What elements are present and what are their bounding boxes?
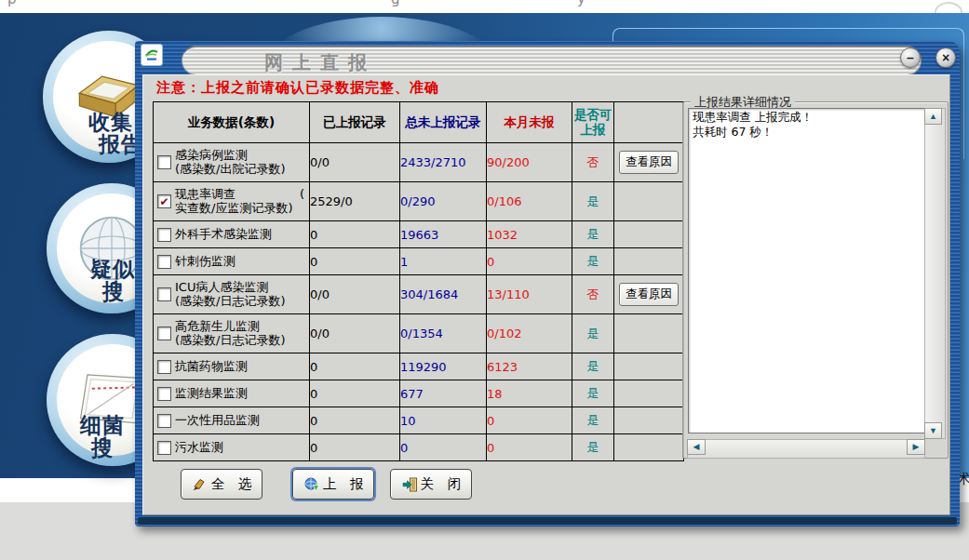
row-checkbox[interactable]: ✔ (157, 194, 171, 208)
cell-can-report: 是 (572, 221, 614, 248)
sidebar-label: 搜 (91, 433, 114, 462)
view-reason-button[interactable]: 查看原因 (619, 151, 679, 174)
cell-can-report: 是 (572, 353, 614, 380)
close-icon[interactable]: × (935, 47, 956, 68)
cell-reported: 0 (310, 353, 400, 380)
horizontal-scrollbar[interactable]: ◀ ▶ (687, 439, 925, 459)
minimize-button[interactable]: – (900, 47, 921, 68)
result-panel: 上报结果详细情况 现患率调查 上报完成！ 共耗时 67 秒！ ▲ ▼ ◀ ▶ (682, 101, 949, 459)
cell-action (614, 248, 684, 275)
window-bottom-edge (138, 517, 957, 525)
cell-total-unreported: 2433/2710 (400, 143, 487, 182)
cell-reported: 0/0 (310, 314, 400, 353)
cell-business-name: ✔ 现患率调查( 实查数/应监测记录数) (154, 182, 310, 221)
cell-action (614, 353, 684, 380)
cell-business-name: 高危新生儿监测 (感染数/日志记录数) (154, 314, 310, 353)
cell-business-name: 外科手术感染监测 (154, 221, 310, 248)
cell-total-unreported: 0/1354 (400, 314, 487, 353)
cell-can-report: 否 (572, 143, 614, 182)
table-row: 高危新生儿监测 (感染数/日志记录数) 0/0 0/1354 0/102 是 (154, 314, 684, 353)
submit-button[interactable]: 上 报 (292, 469, 374, 500)
cell-can-report: 是 (572, 434, 614, 461)
cell-action (614, 182, 684, 221)
table-row: ICU病人感染监测 (感染数/日志记录数) 0/0 304/1684 13/11… (154, 275, 684, 314)
window-title: 网上直报 (264, 50, 376, 75)
cell-business-name: 感染病例监测 (感染数/出院记录数) (154, 143, 310, 182)
close-label: 关 闭 (421, 475, 462, 493)
cell-business-name: ICU病人感染监测 (感染数/日志记录数) (154, 275, 310, 314)
row-name: 外科手术感染监测 (175, 228, 272, 242)
close-dialog-button[interactable]: 关 闭 (390, 469, 472, 500)
row-checkbox[interactable] (157, 327, 171, 340)
cell-month-unreported: 0 (487, 248, 572, 275)
cell-action: 查看原因 (614, 275, 684, 314)
report-table-body: 感染病例监测 (感染数/出院记录数) 0/0 2433/2710 90/200 … (154, 143, 684, 461)
row-subtitle: (感染数/日志记录数) (175, 294, 286, 308)
cell-reported: 0 (310, 380, 400, 407)
cell-month-unreported: 0 (487, 434, 572, 461)
row-subtitle: 实查数/应监测记录数) (175, 201, 292, 215)
cell-month-unreported: 0/106 (487, 182, 572, 221)
row-checkbox[interactable] (157, 441, 171, 455)
dialog-content: 注意：上报之前请确认已录数据完整、准确 业务数据(条数) 已上报记录 总未上报记… (142, 74, 950, 515)
cell-reported: 2529/0 (310, 182, 400, 221)
table-row: 针刺伤监测 0 1 0 是 (154, 248, 684, 275)
column-header-reported: 已上报记录 (310, 102, 400, 143)
cell-can-report: 是 (572, 407, 614, 434)
row-checkbox[interactable] (157, 414, 171, 428)
table-row: 监测结果监测 0 677 18 是 (154, 380, 684, 407)
scroll-down-icon[interactable]: ▼ (924, 422, 942, 439)
select-all-label: 全 选 (211, 475, 252, 493)
column-header-month-unreported: 本月未报 (487, 102, 572, 143)
cell-month-unreported: 18 (487, 380, 572, 407)
row-checkbox[interactable] (157, 255, 171, 269)
scroll-right-icon[interactable]: ▶ (907, 439, 925, 455)
row-name: 抗菌药物监测 (175, 360, 248, 374)
vertical-scrollbar[interactable]: ▲ ▼ (924, 108, 946, 439)
cell-can-report: 否 (572, 275, 614, 314)
cell-total-unreported: 304/1684 (400, 275, 487, 314)
row-name: 高危新生儿监测 (175, 320, 260, 334)
cell-action (614, 434, 684, 461)
cell-total-unreported: 0 (400, 434, 487, 461)
hand-icon (192, 477, 209, 492)
cell-month-unreported: 13/110 (487, 275, 572, 314)
table-row: 感染病例监测 (感染数/出院记录数) 0/0 2433/2710 90/200 … (154, 143, 684, 182)
row-checkbox[interactable] (157, 387, 171, 401)
row-checkbox[interactable] (157, 360, 171, 374)
row-checkbox[interactable] (157, 228, 171, 242)
row-name: ICU病人感染监测 (175, 281, 268, 295)
title-bar[interactable]: 网上直报 (182, 46, 922, 75)
select-all-button[interactable]: 全 选 (181, 469, 262, 500)
dialog-window: 网上直报 – × 注意：上报之前请确认已录数据完整、准确 业务数据(条数) 已上… (135, 41, 960, 527)
column-header-total-unreported: 总未上报记录 (400, 102, 487, 143)
column-header-can-report: 是否可上报 (572, 102, 614, 143)
result-textarea[interactable]: 现患率调查 上报完成！ 共耗时 67 秒！ (688, 108, 926, 433)
cell-reported: 0 (310, 221, 400, 248)
table-row: 抗菌药物监测 0 119290 6123 是 (154, 353, 684, 380)
table-header-row: 业务数据(条数) 已上报记录 总未上报记录 本月未报 是否可上报 (154, 102, 684, 143)
cell-can-report: 是 (572, 314, 614, 353)
browser-clipped-strip: p g y (0, 0, 969, 13)
cell-total-unreported: 119290 (400, 353, 487, 380)
row-subtitle: (感染数/日志记录数) (175, 333, 286, 347)
row-name-suffix: ( (300, 188, 304, 202)
cell-action (614, 314, 684, 353)
view-reason-button[interactable]: 查看原因 (619, 283, 679, 306)
scroll-up-icon[interactable]: ▲ (924, 108, 942, 125)
row-name: 污水监测 (175, 441, 223, 455)
scroll-left-icon[interactable]: ◀ (687, 439, 706, 455)
row-subtitle: (感染数/出院记录数) (175, 162, 286, 176)
cell-business-name: 一次性用品监测 (154, 407, 310, 434)
cell-reported: 0 (310, 434, 400, 461)
table-row: 外科手术感染监测 0 19663 1032 是 (154, 221, 684, 248)
clipped-shape (935, 2, 962, 13)
row-checkbox[interactable] (157, 287, 171, 301)
globe-upload-icon (303, 477, 320, 492)
table-row: ✔ 现患率调查( 实查数/应监测记录数) 2529/0 0/290 0/106 … (154, 182, 684, 221)
notice-text: 注意：上报之前请确认已录数据完整、准确 (156, 79, 439, 97)
cell-total-unreported: 19663 (400, 221, 487, 248)
row-checkbox[interactable] (157, 155, 171, 169)
cell-can-report: 是 (572, 182, 614, 221)
table-row: 污水监测 0 0 0 是 (154, 434, 684, 461)
